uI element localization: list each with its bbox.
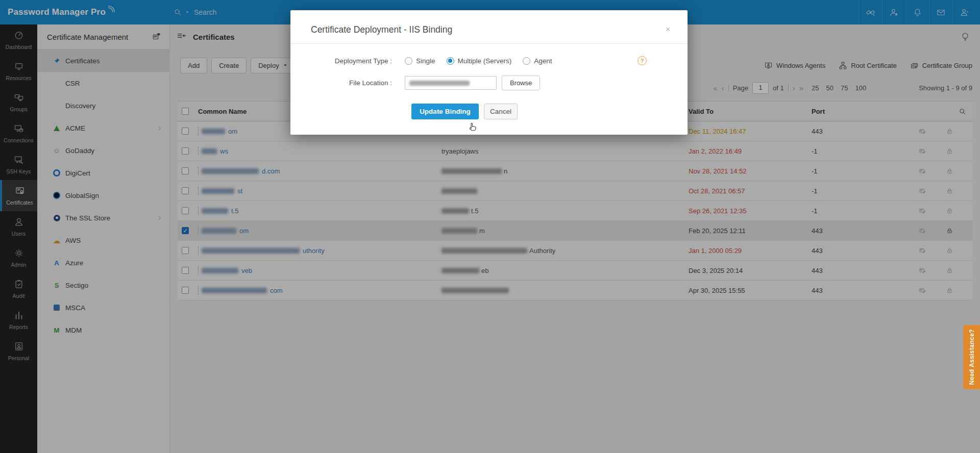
deployment-type-row: Deployment Type : SingleMultiple (Server…	[290, 56, 647, 65]
need-assistance-tab[interactable]: Need Assistance?	[963, 325, 980, 389]
redacted-file-path	[409, 81, 470, 86]
file-location-row: File Location : Browse	[290, 76, 647, 90]
file-location-label: File Location :	[290, 79, 392, 87]
radio-button-icon	[447, 57, 454, 65]
modal-header: Certificate Deployment - IIS Binding ×	[290, 10, 688, 44]
cancel-button[interactable]: Cancel	[484, 104, 518, 119]
file-location-input[interactable]	[405, 76, 497, 90]
browse-button[interactable]: Browse	[502, 76, 540, 90]
radio-agent[interactable]: Agent	[523, 57, 552, 65]
radio-button-icon	[405, 57, 412, 65]
deployment-type-options: SingleMultiple (Servers)Agent	[405, 57, 638, 65]
modal-buttons: Update Binding Cancel	[411, 104, 667, 119]
help-icon[interactable]: ?	[638, 56, 647, 65]
modal-title: Certificate Deployment - IIS Binding	[311, 24, 452, 35]
radio-single[interactable]: Single	[405, 57, 435, 65]
iis-binding-modal: Certificate Deployment - IIS Binding × D…	[290, 10, 688, 135]
modal-body: Deployment Type : SingleMultiple (Server…	[290, 44, 688, 135]
deployment-type-label: Deployment Type :	[290, 57, 392, 65]
close-icon[interactable]: ×	[666, 26, 670, 34]
radio-button-icon	[523, 57, 530, 65]
radio-multiple-servers[interactable]: Multiple (Servers)	[447, 57, 512, 65]
update-binding-button[interactable]: Update Binding	[411, 104, 479, 119]
need-assistance-label: Need Assistance?	[968, 329, 975, 385]
